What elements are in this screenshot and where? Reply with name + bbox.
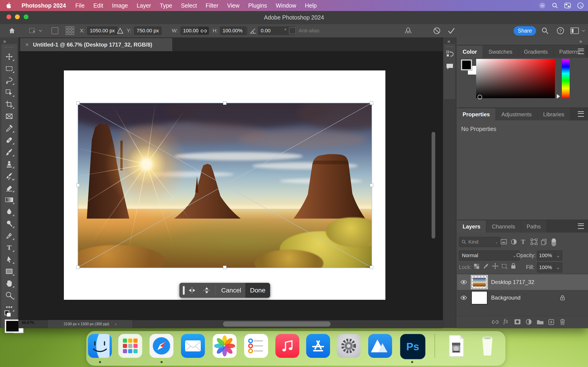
lock-all-button[interactable] xyxy=(510,262,516,269)
vertical-scrollbar[interactable] xyxy=(432,132,435,239)
anti-alias-checkbox[interactable] xyxy=(289,24,296,37)
transform-handle-w[interactable] xyxy=(76,184,80,187)
menu-filter[interactable]: Filter xyxy=(201,2,223,9)
tool-rectangular-marquee[interactable] xyxy=(3,63,15,74)
cancel-button[interactable]: Cancel xyxy=(217,287,245,294)
color-saturation-field[interactable] xyxy=(476,59,555,98)
tab-layers[interactable]: Layers xyxy=(457,220,486,233)
tab-color[interactable]: Color xyxy=(457,46,483,58)
comments-panel-button[interactable] xyxy=(446,62,454,70)
clock-icon[interactable] xyxy=(577,2,584,9)
dock-finder[interactable] xyxy=(88,334,112,358)
lock-artboard-button[interactable] xyxy=(501,263,508,269)
cancel-transform-button[interactable] xyxy=(433,24,441,37)
dock-safari[interactable] xyxy=(149,334,173,358)
y-position-field[interactable]: 750.00 px xyxy=(134,24,162,37)
menu-layer[interactable]: Layer xyxy=(132,2,156,9)
menu-plugins[interactable]: Plugins xyxy=(244,2,271,9)
tool-zoom[interactable] xyxy=(3,290,15,300)
filter-shape-layers-button[interactable] xyxy=(531,239,537,245)
filter-toggle-switch[interactable] xyxy=(551,237,557,247)
tool-healing-brush[interactable] xyxy=(3,135,15,145)
share-button[interactable]: Share xyxy=(514,26,536,35)
tool-dodge[interactable] xyxy=(3,218,15,229)
tool-lasso[interactable] xyxy=(3,75,15,86)
tool-clone-stamp[interactable] xyxy=(3,159,15,169)
new-layer-button[interactable] xyxy=(548,319,554,325)
blend-mode-select[interactable]: Normal ⌄ xyxy=(459,250,519,261)
default-colors-button[interactable] xyxy=(4,310,13,318)
transform-handle-sw[interactable] xyxy=(76,266,80,269)
drag-handle[interactable] xyxy=(183,286,185,295)
document-info[interactable]: 2100 px x 1500 px (300 ppi) › xyxy=(47,320,133,328)
strip-grip[interactable] xyxy=(446,46,454,48)
help-button[interactable]: ? xyxy=(556,24,565,37)
menu-app-name[interactable]: Photoshop 2024 xyxy=(17,2,71,9)
lock-position-button[interactable] xyxy=(492,263,498,269)
workspace-switcher-button[interactable] xyxy=(570,24,579,37)
color-panel-menu-icon[interactable] xyxy=(578,49,584,54)
tool-history-brush[interactable] xyxy=(3,171,15,181)
layer-filter-kind-select[interactable]: Kind ⌄ xyxy=(459,237,501,247)
document-tab[interactable]: × Untitled-1 @ 66.7% (Desktop 1717_32, R… xyxy=(20,38,172,51)
done-button[interactable]: Done xyxy=(245,283,270,298)
tab-channels[interactable]: Channels xyxy=(486,220,520,233)
filter-smart-objects-button[interactable] xyxy=(541,239,547,245)
height-field[interactable]: 100.00% xyxy=(220,24,247,37)
apple-menu[interactable] xyxy=(0,2,17,9)
x-position-field[interactable]: 1050.00 px xyxy=(87,24,117,37)
flip-horizontal-button[interactable] xyxy=(185,286,199,294)
search-button[interactable] xyxy=(541,24,549,37)
dock-app-store[interactable] xyxy=(306,334,330,358)
fill-select[interactable]: 100% ⌄ xyxy=(537,262,562,273)
filter-adjustment-layers-button[interactable] xyxy=(510,239,517,245)
warp-mode-button[interactable] xyxy=(404,24,413,37)
dock-trash[interactable] xyxy=(476,334,499,358)
menu-file[interactable]: File xyxy=(71,2,89,9)
dock-photoshop[interactable]: Ps xyxy=(400,334,425,359)
toolbar-expand-icon[interactable]: » xyxy=(3,39,6,44)
lock-transparency-button[interactable] xyxy=(474,263,480,269)
layer-row-desktop[interactable]: Desktop 1717_32 xyxy=(457,274,588,290)
layer-name[interactable]: Background xyxy=(491,294,520,301)
relative-position-toggle[interactable] xyxy=(117,24,124,37)
delete-layer-button[interactable] xyxy=(560,318,565,325)
filter-type-layers-button[interactable]: T xyxy=(521,238,525,245)
properties-panel-menu-icon[interactable] xyxy=(578,111,584,117)
dock-music[interactable] xyxy=(275,334,299,358)
dock-launchpad[interactable] xyxy=(118,334,142,358)
zoom-level[interactable]: 66.67% xyxy=(22,321,34,325)
menu-select[interactable]: Select xyxy=(177,2,201,9)
filter-image-layers-button[interactable] xyxy=(500,239,507,245)
transform-handle-e[interactable] xyxy=(370,184,373,187)
control-center-icon[interactable] xyxy=(564,2,571,9)
layer-thumbnail[interactable] xyxy=(471,275,487,289)
search-icon[interactable] xyxy=(552,2,558,9)
visibility-eye-icon[interactable] xyxy=(460,295,467,300)
hue-slider-pointer[interactable] xyxy=(557,94,560,99)
panel-collapse-icon[interactable]: « xyxy=(447,39,450,44)
transform-tool-preset[interactable] xyxy=(28,24,42,37)
workspace-chevron[interactable] xyxy=(582,24,585,37)
layer-name[interactable]: Desktop 1717_32 xyxy=(491,279,534,285)
layers-panel-menu-icon[interactable] xyxy=(578,223,584,229)
toggle-reference-point-checkbox[interactable] xyxy=(52,24,58,37)
opacity-select[interactable]: 100% ⌄ xyxy=(537,250,562,261)
tool-rectangle[interactable] xyxy=(3,266,15,277)
menu-help[interactable]: Help xyxy=(300,2,321,9)
hue-slider[interactable] xyxy=(562,59,570,98)
transform-handle-n[interactable] xyxy=(223,101,226,105)
dock-disk-image-file[interactable] xyxy=(444,334,468,358)
reference-point-grid[interactable] xyxy=(65,24,75,37)
tool-hand[interactable] xyxy=(3,278,15,289)
tool-eraser[interactable] xyxy=(3,183,15,193)
tool-path-selection[interactable] xyxy=(3,254,15,265)
tab-gradients[interactable]: Gradients xyxy=(519,46,553,58)
new-group-button[interactable] xyxy=(536,319,544,325)
tool-eyedropper[interactable] xyxy=(3,123,15,133)
tool-blur[interactable] xyxy=(3,206,15,217)
home-button[interactable] xyxy=(8,24,16,37)
color-picker-cursor[interactable] xyxy=(477,95,482,99)
lock-pixels-button[interactable] xyxy=(483,263,489,269)
dock-system-settings[interactable] xyxy=(337,334,361,358)
